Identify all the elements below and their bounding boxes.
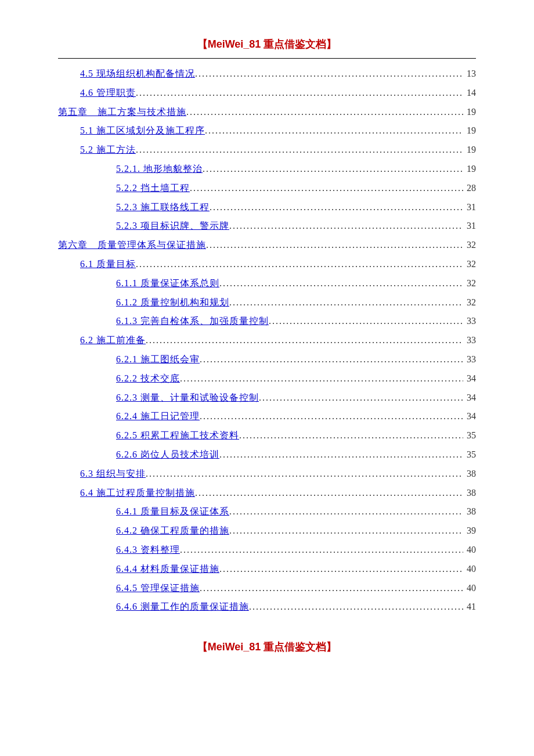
toc-entry: 第六章 质量管理体系与保证措施32 [58,236,476,255]
toc-entry: 4.6 管理职责14 [58,84,476,103]
toc-leader-dots [219,274,463,293]
toc-link[interactable]: 6.1.2 质量控制机构和规划 [116,293,229,312]
toc-entry: 6.1.3 完善自检体系、加强质量控制33 [58,312,476,331]
toc-page-number: 34 [463,407,476,426]
toc-entry: 6.1 质量目标32 [58,255,476,274]
toc-link[interactable]: 6.1.1 质量保证体系总则 [116,274,219,293]
toc-link[interactable]: 6.1 质量目标 [80,255,136,274]
toc-link[interactable]: 6.3 组织与安排 [80,465,146,484]
toc-leader-dots [229,521,463,541]
toc-entry: 6.4.6 测量工作的质量保证措施41 [58,597,476,617]
toc-entry: 6.1.1 质量保证体系总则32 [58,274,476,293]
toc-entry: 6.1.2 质量控制机构和规划32 [58,293,476,312]
toc-entry: 5.2.1. 地形地貌整治19 [58,160,476,179]
toc-leader-dots [136,141,463,160]
toc-entry: 6.3 组织与安排38 [58,465,476,484]
toc-link[interactable]: 第六章 质量管理体系与保证措施 [58,236,206,255]
toc-entry: 5.2 施工方法19 [58,141,476,160]
toc-leader-dots [205,121,463,141]
toc-link[interactable]: 5.2.3 项目标识牌、警示牌 [116,217,229,236]
toc-leader-dots [229,217,463,236]
toc-page-number: 19 [463,121,476,141]
toc-leader-dots [200,407,463,426]
toc-entry: 6.4 施工过程质量控制措施38 [58,484,476,503]
toc-leader-dots [219,445,463,465]
toc-entry: 6.2.6 岗位人员技术培训35 [58,445,476,465]
toc-page-number: 28 [463,179,476,198]
toc-link[interactable]: 6.4 施工过程质量控制措施 [80,484,195,503]
toc-link[interactable]: 5.2.3 施工联络线工程 [116,198,210,217]
toc-entry: 6.2 施工前准备33 [58,331,476,350]
toc-link[interactable]: 6.4.6 测量工作的质量保证措施 [116,597,249,617]
toc-leader-dots [229,293,463,312]
toc-leader-dots [200,350,463,369]
toc-page-number: 19 [463,160,476,179]
toc-entry: 6.4.4 材料质量保证措施40 [58,560,476,579]
toc-leader-dots [195,484,463,503]
toc-page-number: 38 [463,502,476,521]
toc-link[interactable]: 6.4.2 确保工程质量的措施 [116,521,229,541]
toc-page-number: 40 [463,579,476,598]
toc-page-number: 35 [463,426,476,445]
toc-link[interactable]: 6.1.3 完善自检体系、加强质量控制 [116,312,269,331]
toc-entry: 5.2.2 挡土墙工程28 [58,179,476,198]
toc-page-number: 19 [463,103,476,122]
toc-leader-dots [210,198,463,217]
toc-entry: 第五章 施工方案与技术措施19 [58,103,476,122]
document-page: 【MeiWei_81 重点借鉴文档】 4.5 现场组织机构配备情况134.6 管… [0,0,534,677]
toc-link[interactable]: 6.4.5 管理保证措施 [116,579,200,598]
toc-link[interactable]: 5.2.1. 地形地貌整治 [116,160,203,179]
toc-entry: 6.2.4 施工日记管理34 [58,407,476,426]
toc-leader-dots [206,236,463,255]
toc-link[interactable]: 6.2.4 施工日记管理 [116,407,200,426]
toc-link[interactable]: 6.4.3 资料整理 [116,541,180,560]
toc-page-number: 40 [463,541,476,560]
toc-leader-dots [239,426,463,445]
toc-leader-dots [190,179,463,198]
toc-link[interactable]: 6.2.2 技术交底 [116,369,180,388]
toc-page-number: 33 [463,312,476,331]
toc-entry: 6.2.1 施工图纸会审33 [58,350,476,369]
toc-page-number: 38 [463,484,476,503]
toc-link[interactable]: 4.5 现场组织机构配备情况 [80,64,195,84]
toc-link[interactable]: 6.4.4 材料质量保证措施 [116,560,219,579]
toc-entry: 6.2.3 测量、计量和试验设备控制34 [58,388,476,408]
toc-leader-dots [186,103,463,122]
toc-link[interactable]: 6.2.5 积累工程施工技术资料 [116,426,239,445]
toc-link[interactable]: 5.2.2 挡土墙工程 [116,179,190,198]
toc-page-number: 33 [463,331,476,350]
toc-link[interactable]: 6.2.6 岗位人员技术培训 [116,445,219,465]
toc-entry: 5.2.3 项目标识牌、警示牌31 [58,217,476,236]
toc-page-number: 33 [463,350,476,369]
toc-entry: 6.2.2 技术交底34 [58,369,476,388]
toc-leader-dots [136,255,463,274]
toc-leader-dots [203,160,463,179]
toc-leader-dots [249,597,463,617]
toc-leader-dots [269,312,463,331]
toc-page-number: 34 [463,369,476,388]
page-footer: 【MeiWei_81 重点借鉴文档】 [58,640,476,654]
toc-link[interactable]: 6.4.1 质量目标及保证体系 [116,502,229,521]
toc-link[interactable]: 第五章 施工方案与技术措施 [58,103,186,122]
table-of-contents: 4.5 现场组织机构配备情况134.6 管理职责14第五章 施工方案与技术措施1… [58,64,476,617]
toc-page-number: 14 [463,84,476,103]
toc-leader-dots [259,388,463,408]
toc-page-number: 31 [463,217,476,236]
toc-link[interactable]: 6.2 施工前准备 [80,331,146,350]
header-rule [58,58,476,59]
toc-leader-dots [229,502,463,521]
toc-leader-dots [136,84,463,103]
toc-page-number: 39 [463,521,476,541]
toc-entry: 5.2.3 施工联络线工程31 [58,198,476,217]
toc-leader-dots [219,560,463,579]
toc-leader-dots [200,579,463,598]
toc-leader-dots [180,541,463,560]
toc-link[interactable]: 6.2.3 测量、计量和试验设备控制 [116,388,259,408]
toc-page-number: 34 [463,388,476,408]
toc-link[interactable]: 6.2.1 施工图纸会审 [116,350,200,369]
toc-link[interactable]: 4.6 管理职责 [80,84,136,103]
toc-entry: 6.2.5 积累工程施工技术资料35 [58,426,476,445]
toc-link[interactable]: 5.2 施工方法 [80,141,136,160]
toc-page-number: 32 [463,293,476,312]
toc-link[interactable]: 5.1 施工区域划分及施工程序 [80,121,205,141]
